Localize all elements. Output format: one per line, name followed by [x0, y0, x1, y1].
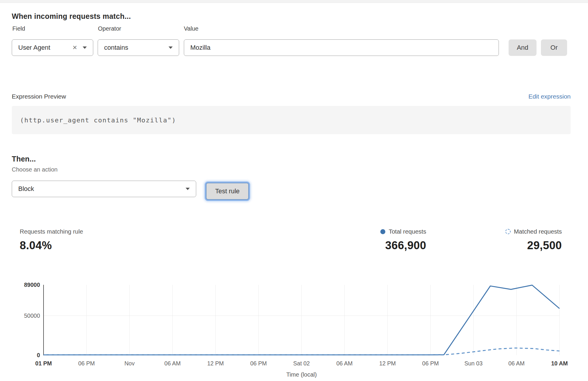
matched-requests-legend[interactable]: Matched requests: [505, 228, 562, 235]
svg-text:06 PM: 06 PM: [250, 360, 267, 367]
edit-expression-link[interactable]: Edit expression: [528, 93, 571, 100]
svg-text:Nov: Nov: [124, 360, 135, 367]
value-input[interactable]: [184, 39, 499, 56]
svg-text:12 PM: 12 PM: [379, 360, 396, 367]
matched-requests-stat: Matched requests 29,500: [505, 228, 562, 252]
total-requests-dot-icon: [380, 229, 385, 234]
field-select-value: User Agent: [12, 44, 73, 51]
and-button[interactable]: And: [509, 39, 537, 56]
field-label: Field: [12, 25, 25, 32]
chevron-down-icon: [168, 46, 179, 49]
svg-text:10 AM: 10 AM: [551, 360, 568, 367]
svg-text:06 AM: 06 AM: [337, 360, 353, 367]
svg-text:Time (local): Time (local): [286, 371, 317, 378]
matched-requests-dashed-circle-icon: [505, 229, 511, 234]
or-button[interactable]: Or: [541, 39, 567, 56]
operator-select[interactable]: contains: [98, 39, 179, 56]
top-divider: [0, 0, 588, 3]
total-requests-label: Total requests: [389, 228, 426, 235]
expression-code-block: (http.user_agent contains "Mozilla"): [12, 106, 571, 134]
rule-builder-panel: When incoming requests match... Field Op…: [0, 0, 588, 381]
svg-text:06 PM: 06 PM: [422, 360, 439, 367]
total-requests-legend[interactable]: Total requests: [380, 228, 426, 235]
value-label: Value: [184, 25, 199, 32]
field-select[interactable]: User Agent ×: [12, 39, 93, 56]
svg-text:Sat 02: Sat 02: [293, 360, 310, 367]
requests-chart: 01 PM06 PMNov06 AM12 PM06 PMSat 0206 AM1…: [12, 278, 576, 381]
total-requests-value: 366,900: [380, 239, 426, 252]
svg-text:50000: 50000: [24, 312, 40, 319]
matched-requests-value: 29,500: [505, 239, 562, 252]
test-rule-button[interactable]: Test rule: [206, 183, 249, 200]
operator-label: Operator: [98, 25, 121, 32]
match-section-title: When incoming requests match...: [12, 12, 131, 21]
svg-text:89000: 89000: [24, 282, 40, 288]
action-select-value: Block: [12, 185, 185, 193]
requests-matching-value: 8.04%: [20, 239, 83, 252]
clear-field-icon[interactable]: ×: [73, 44, 82, 52]
svg-text:06 AM: 06 AM: [508, 360, 524, 367]
svg-text:06 AM: 06 AM: [164, 360, 181, 367]
total-requests-stat: Total requests 366,900: [380, 228, 426, 252]
svg-text:01 PM: 01 PM: [35, 360, 52, 367]
requests-matching-stat: Requests matching rule 8.04%: [20, 228, 83, 252]
svg-text:0: 0: [37, 352, 40, 358]
svg-text:12 PM: 12 PM: [207, 360, 224, 367]
svg-text:Sun 03: Sun 03: [464, 360, 483, 367]
operator-select-value: contains: [98, 44, 168, 51]
choose-action-label: Choose an action: [12, 166, 58, 173]
expression-code: (http.user_agent contains "Mozilla"): [12, 117, 176, 124]
action-select[interactable]: Block: [12, 181, 196, 197]
then-section-title: Then...: [12, 155, 36, 163]
requests-matching-label: Requests matching rule: [20, 228, 83, 235]
chevron-down-icon: [185, 187, 196, 190]
chevron-down-icon: [82, 46, 93, 49]
expression-preview-label: Expression Preview: [12, 93, 66, 100]
svg-text:06 PM: 06 PM: [78, 360, 95, 367]
matched-requests-label: Matched requests: [514, 228, 562, 235]
